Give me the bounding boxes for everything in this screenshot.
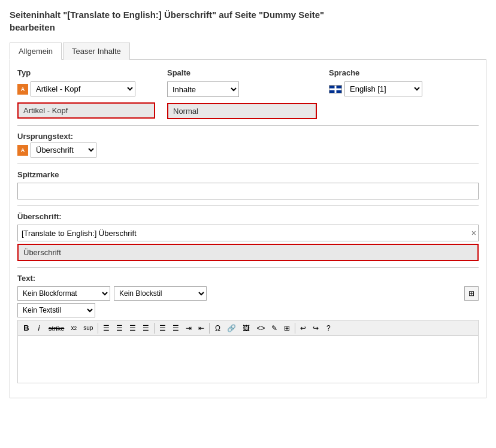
toolbar-divider-3: [209, 323, 210, 334]
italic-button[interactable]: i: [33, 322, 45, 334]
table-button[interactable]: ⊞: [281, 322, 293, 334]
redo-button[interactable]: ↪: [310, 322, 322, 334]
list-ol-button[interactable]: ☰: [156, 322, 169, 334]
spalte-highlighted: Normal: [167, 103, 317, 119]
toolbar-divider-1: [98, 323, 98, 334]
form-area: Typ A Artikel - Kopf Artikel - Kopf Spal…: [10, 60, 486, 398]
align-center-button[interactable]: ☰: [113, 322, 126, 334]
typ-spalte-sprache-row: Typ A Artikel - Kopf Artikel - Kopf Spal…: [17, 68, 479, 119]
uberschrift-highlighted: Überschrift: [17, 244, 479, 261]
align-left-button[interactable]: ☰: [100, 322, 113, 334]
ursprungstext-label: Ursprungstext:: [17, 132, 479, 141]
formatting-bar: B i strike x2 sup ☰ ☰ ☰ ☰ ☰ ☰ ⇥ ⇤ Ω 🔗 🖼 …: [17, 320, 479, 335]
spalte-group: Spalte Inhalte Normal: [167, 68, 317, 119]
spitzmarke-label: Spitzmarke: [17, 170, 479, 179]
uberschrift-input[interactable]: [17, 225, 479, 241]
spitzmarke-input[interactable]: [17, 183, 479, 199]
sprache-label: Sprache: [329, 68, 422, 77]
text-toolbar-row2: Kein Textstil: [17, 303, 479, 317]
help-button[interactable]: ?: [322, 322, 334, 334]
uberschrift-clear-button[interactable]: ×: [471, 229, 476, 237]
divider-3: [17, 205, 479, 206]
spalte-select[interactable]: Inhalte: [167, 81, 239, 97]
text-label: Text:: [17, 274, 479, 283]
omega-button[interactable]: Ω: [211, 322, 223, 334]
code-button[interactable]: <>: [253, 322, 268, 334]
uberschrift-label: Überschrift:: [17, 212, 479, 221]
expand-icon: ⊞: [468, 289, 474, 298]
ursprungstext-section: Ursprungstext: A Überschrift: [17, 132, 479, 158]
typ-select-wrapper: A Artikel - Kopf: [17, 81, 155, 96]
divider-1: [17, 125, 479, 126]
divider-2: [17, 164, 479, 164]
toolbar-divider-2: [154, 323, 155, 334]
block-stil-select[interactable]: Kein Blockstil: [114, 286, 207, 301]
ursprungstext-icon: A: [17, 145, 28, 156]
align-justify-button[interactable]: ☰: [140, 322, 152, 334]
outdent-button[interactable]: ⇤: [195, 322, 207, 334]
spalte-label: Spalte: [167, 68, 317, 77]
typ-icon: A: [17, 84, 28, 95]
expand-button[interactable]: ⊞: [464, 286, 479, 301]
superscript-button[interactable]: x2: [68, 323, 80, 333]
sprache-select-wrapper: English [1]: [329, 81, 422, 96]
typ-group: Typ A Artikel - Kopf Artikel - Kopf: [17, 68, 155, 119]
link-button[interactable]: 🔗: [224, 322, 239, 334]
text-editor-area[interactable]: [17, 335, 479, 383]
indent-button[interactable]: ⇥: [183, 322, 195, 334]
divider-4: [17, 267, 479, 268]
sup-button[interactable]: sup: [80, 323, 96, 333]
tab-allgemein[interactable]: Allgemein: [10, 43, 62, 60]
text-section: Text: Kein Blockformat Kein Blockstil ⊞ …: [17, 274, 479, 383]
sprache-group: Sprache English [1]: [329, 68, 422, 96]
ursprungstext-select[interactable]: Überschrift: [31, 143, 96, 158]
strikethrough-button[interactable]: strike: [46, 323, 67, 334]
list-ul-button[interactable]: ☰: [170, 322, 182, 334]
page-title: Seiteninhalt "[Translate to English:] Üb…: [10, 8, 486, 34]
bold-button[interactable]: B: [20, 322, 32, 334]
uberschrift-input-wrapper: ×: [17, 225, 479, 241]
sprache-select[interactable]: English [1]: [344, 81, 422, 96]
align-right-button[interactable]: ☰: [126, 322, 139, 334]
toolbar-divider-4: [295, 323, 295, 334]
spitzmarke-section: Spitzmarke: [17, 170, 479, 199]
ursprungstext-select-wrapper: A Überschrift: [17, 143, 479, 158]
typ-select[interactable]: Artikel - Kopf: [31, 81, 135, 96]
flag-uk-icon: [329, 85, 342, 93]
undo-button[interactable]: ↩: [297, 322, 309, 334]
spell-button[interactable]: ✎: [268, 322, 280, 334]
text-toolbar-row1: Kein Blockformat Kein Blockstil ⊞: [17, 286, 479, 301]
page-wrapper: Seiteninhalt "[Translate to English:] Üb…: [0, 0, 496, 407]
block-format-select[interactable]: Kein Blockformat: [17, 286, 110, 301]
typ-highlighted: Artikel - Kopf: [17, 102, 155, 119]
uberschrift-section: Überschrift: × Überschrift: [17, 212, 479, 261]
image-button[interactable]: 🖼: [240, 322, 253, 334]
typ-label: Typ: [17, 68, 155, 77]
tabs-bar: Allgemein Teaser Inhalte: [10, 42, 486, 60]
tab-teaser-inhalte[interactable]: Teaser Inhalte: [63, 43, 130, 60]
text-stil-select[interactable]: Kein Textstil: [17, 303, 95, 317]
